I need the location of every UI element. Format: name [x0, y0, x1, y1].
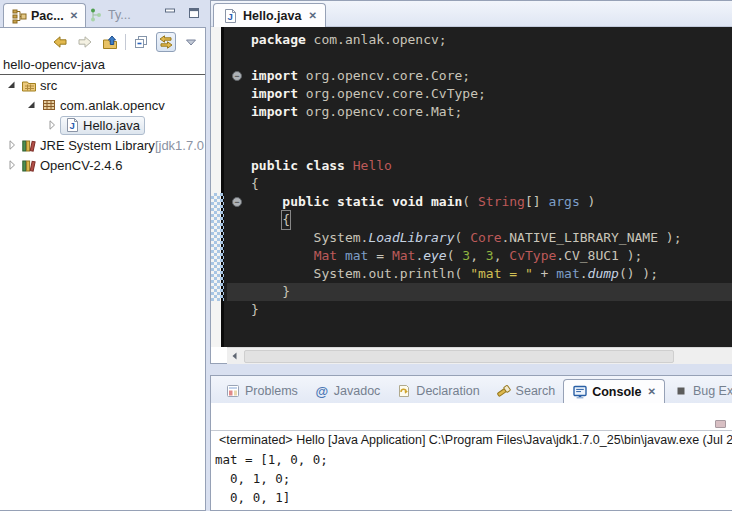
- code-token: (: [447, 247, 463, 265]
- bottom-tab-label: Declaration: [416, 384, 479, 398]
- code-line[interactable]: System.LoadLibrary( Core.NATIVE_LIBRARY_…: [227, 229, 732, 247]
- tree-item-com-anlak-opencv[interactable]: com.anlak.opencv: [0, 95, 205, 115]
- code-token: org.opencv.core.Mat;: [298, 103, 462, 121]
- package-explorer-icon: [11, 8, 27, 24]
- tree-item-src[interactable]: src: [0, 75, 205, 95]
- code-line[interactable]: }: [227, 283, 732, 301]
- tree-item-opencv-2-4-6[interactable]: OpenCV-2.4.6: [0, 155, 205, 175]
- code-line[interactable]: − public static void main( String[] args…: [227, 193, 732, 211]
- collapse-all-button[interactable]: [131, 32, 151, 52]
- code-line[interactable]: −import org.opencv.core.Core;: [227, 67, 732, 85]
- left-pane-window-buttons: [162, 5, 202, 21]
- code-token: Core: [470, 229, 501, 247]
- back-button[interactable]: [50, 32, 70, 52]
- code-line[interactable]: {: [227, 211, 732, 229]
- up-button[interactable]: [100, 32, 120, 52]
- link-editor-icon: [158, 34, 174, 50]
- code-line[interactable]: import org.opencv.core.CvType;: [227, 85, 732, 103]
- code-line[interactable]: [227, 139, 732, 157]
- code-line[interactable]: Mat mat = Mat.eye( 3, 3, CvType.CV_8UC1 …: [227, 247, 732, 265]
- bottom-tab-label: Problems: [245, 384, 298, 398]
- code-line[interactable]: public class Hello: [227, 157, 732, 175]
- arrow-collapsed-icon[interactable]: [4, 157, 20, 173]
- fold-collapse-icon[interactable]: −: [232, 197, 242, 207]
- forward-button[interactable]: [75, 32, 95, 52]
- code-line[interactable]: [227, 49, 732, 67]
- arrow-collapsed-icon[interactable]: [4, 137, 20, 153]
- range-indicator: [211, 193, 224, 301]
- tree-item-label: Hello.java: [83, 118, 140, 133]
- project-tree: hello-opencv-java srccom.anlak.opencvJHe…: [0, 56, 205, 510]
- svg-text:@: @: [315, 384, 328, 399]
- code-token: 3: [486, 247, 494, 265]
- tree-item-label: com.anlak.opencv: [60, 98, 165, 113]
- code-token: =: [368, 247, 391, 265]
- editor-pane: J Hello.java ✕ package com.anlak.opencv;…: [210, 0, 732, 364]
- close-icon[interactable]: ✕: [306, 10, 316, 21]
- bottom-tab-javadoc[interactable]: @Javadoc: [306, 379, 389, 403]
- arrow-expanded-icon[interactable]: [4, 77, 20, 93]
- bottom-tab-console[interactable]: Console✕: [563, 379, 665, 403]
- bottom-tab-declaration[interactable]: Declaration: [388, 379, 487, 403]
- problems-icon: [225, 383, 241, 399]
- bottom-tab-search[interactable]: Search: [488, 379, 564, 403]
- code-area[interactable]: package com.anlak.opencv;−import org.ope…: [227, 27, 732, 347]
- editor-body[interactable]: package com.anlak.opencv;−import org.ope…: [211, 27, 732, 347]
- console-toolbar-button[interactable]: [715, 420, 726, 428]
- annotation-ruler[interactable]: [211, 27, 224, 347]
- view-tab-label: Ty...: [108, 8, 131, 22]
- arrow-expanded-icon[interactable]: [24, 97, 40, 113]
- code-line[interactable]: import org.opencv.core.Mat;: [227, 103, 732, 121]
- fold-margin: [227, 175, 251, 193]
- console-output: mat = [1, 0, 0; 0, 1, 0; 0, 0, 1]: [215, 450, 732, 507]
- view-tab-pac[interactable]: Pac...✕: [3, 3, 86, 27]
- collapse-all-icon: [133, 34, 149, 50]
- tree-item-jre-system-library[interactable]: JRE System Library [jdk1.7.0: [0, 135, 205, 155]
- scroll-left-icon[interactable]: [227, 348, 243, 364]
- toolbar-separator: [125, 34, 126, 50]
- package-explorer-toolbar: [50, 30, 201, 54]
- link-with-editor-button[interactable]: [156, 32, 176, 52]
- code-token: (: [462, 193, 478, 211]
- code-token: LoadLibrary: [368, 229, 454, 247]
- code-token: ): [580, 193, 596, 211]
- close-icon[interactable]: ✕: [646, 386, 656, 397]
- code-token: org.opencv.core.Core;: [298, 67, 470, 85]
- code-token: public class: [251, 157, 353, 175]
- arrow-collapsed-icon[interactable]: [44, 117, 60, 133]
- fold-margin: [227, 85, 251, 103]
- code-line[interactable]: }: [227, 301, 732, 319]
- fold-margin: [227, 229, 251, 247]
- console-output-line: mat = [1, 0, 0;: [215, 450, 732, 469]
- fold-collapse-icon[interactable]: −: [232, 71, 242, 81]
- code-line[interactable]: {: [227, 175, 732, 193]
- tree-item-hello-java[interactable]: JHello.java: [0, 115, 205, 135]
- code-line[interactable]: package com.anlak.opencv;: [227, 31, 732, 49]
- horizontal-scrollbar[interactable]: [227, 347, 732, 364]
- fold-margin: [227, 49, 251, 67]
- code-token: CvType: [509, 247, 556, 265]
- maximize-button[interactable]: [186, 5, 202, 21]
- code-token: import: [251, 67, 298, 85]
- view-tab-label: Pac...: [31, 9, 64, 23]
- code-token: Hello: [353, 157, 392, 175]
- package-folder-icon: [21, 77, 37, 93]
- editor-tab-hello-java[interactable]: J Hello.java ✕: [213, 3, 326, 27]
- search-icon: [496, 383, 512, 399]
- scrollbar-thumb[interactable]: [244, 350, 674, 363]
- code-token: .: [415, 247, 423, 265]
- minimize-button[interactable]: [162, 5, 178, 21]
- close-icon[interactable]: ✕: [68, 10, 78, 21]
- code-token: 3: [462, 247, 470, 265]
- bottom-tab-bug-explorer[interactable]: Bug Explorer: [665, 379, 732, 403]
- editor-tab-label: Hello.java: [243, 9, 301, 23]
- tree-item-project[interactable]: hello-opencv-java: [0, 56, 205, 75]
- code-line[interactable]: [227, 121, 732, 139]
- code-token: {: [251, 175, 259, 193]
- code-line[interactable]: System.out.println( "mat = " + mat.dump(…: [227, 265, 732, 283]
- view-tab-ty[interactable]: Ty...: [81, 3, 138, 27]
- view-menu-button[interactable]: [181, 32, 201, 52]
- code-token: eye: [423, 247, 446, 265]
- code-token: package: [251, 31, 306, 49]
- bottom-tab-problems[interactable]: Problems: [217, 379, 306, 403]
